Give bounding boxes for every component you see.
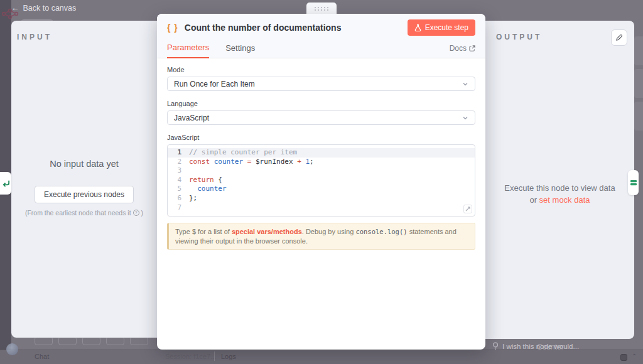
hint-text: . Debug by using	[302, 228, 356, 235]
chat-tab[interactable]: Chat	[35, 353, 49, 360]
code-text: };	[189, 194, 475, 203]
background-card-ghost	[634, 36, 643, 65]
execute-previous-nodes-button[interactable]: Execute previous nodes	[35, 186, 134, 203]
docs-label: Docs	[450, 44, 467, 53]
code-line[interactable]: 2const counter = $runIndex + 1;	[168, 158, 475, 167]
line-number: 3	[168, 166, 181, 176]
line-number: 7	[168, 203, 181, 213]
code-editor-label: JavaScript	[167, 134, 475, 141]
code-line[interactable]: 7	[168, 203, 475, 213]
language-label: Language	[167, 100, 475, 107]
mode-label: Mode	[167, 66, 475, 73]
node-title: Count the number of documentations	[185, 23, 342, 33]
line-number: 6	[168, 194, 181, 203]
code-node-icon: { }	[167, 23, 178, 33]
chat-toggle-icon[interactable]	[620, 354, 627, 361]
expand-icon	[465, 206, 470, 211]
help-circle-icon[interactable]: ?	[133, 210, 139, 216]
ghost-button	[130, 336, 148, 345]
data-bars-icon	[630, 179, 637, 186]
code-text	[189, 166, 475, 176]
background-card-ghost	[634, 102, 643, 131]
input-connector-handle[interactable]	[0, 172, 11, 195]
set-mock-data-link[interactable]: set mock data	[539, 195, 590, 205]
output-panel: OUTPUT Execute this node to view data or…	[485, 21, 634, 339]
chevron-up-icon[interactable]: ⌃	[632, 353, 637, 360]
special-vars-link[interactable]: special vars/methods	[232, 228, 302, 235]
hint-prefix: (From the earliest node that needs it	[25, 209, 131, 217]
enter-arrow-icon	[2, 179, 10, 188]
code-text	[189, 203, 475, 213]
logs-tab[interactable]: Logs	[221, 353, 236, 360]
code-text: counter	[189, 185, 475, 194]
external-link-icon	[469, 45, 475, 51]
modal-header: { } Count the number of documentations E…	[157, 14, 485, 58]
output-empty-line2: or set mock data	[504, 194, 615, 206]
code-lines: 1// simple counter per item2const counte…	[168, 148, 475, 212]
chevron-down-icon	[462, 81, 468, 87]
line-number: 5	[168, 185, 181, 194]
or-text: or	[529, 195, 539, 205]
flask-icon	[414, 24, 421, 31]
code-line[interactable]: 4return {	[168, 176, 475, 185]
line-number: 2	[168, 158, 181, 167]
feedback-placeholder: I wish this node would...	[502, 343, 579, 350]
output-empty-line1: Execute this node to view data	[504, 182, 615, 194]
line-number: 1	[168, 148, 181, 158]
line-number: 4	[168, 176, 181, 185]
code-line[interactable]: 5 counter	[168, 185, 475, 194]
session-label: Session: f1ce7...	[165, 353, 216, 360]
back-label: Back to canvas	[23, 4, 77, 13]
execute-step-button[interactable]: Execute step	[408, 19, 475, 36]
code-line[interactable]: 3	[168, 166, 475, 176]
output-connector-handle[interactable]	[628, 170, 639, 195]
back-arrow-icon: ←	[11, 4, 19, 13]
user-avatar[interactable]	[6, 343, 18, 355]
ghost-button	[82, 336, 100, 345]
execute-previous-hint: (From the earliest node that needs it ? …	[25, 209, 143, 217]
node-feedback-input[interactable]: I wish this node would...	[492, 342, 579, 350]
editor-hint-callout: Type $ for a list of special vars/method…	[167, 223, 475, 250]
lightbulb-icon	[492, 342, 499, 350]
hint-text: Type $ for a list of	[175, 228, 232, 235]
drag-dots-icon	[315, 7, 328, 11]
language-select[interactable]: JavaScript	[167, 110, 475, 125]
background-card-ghost	[634, 69, 643, 98]
back-to-canvas-button[interactable]: ← Back to canvas	[11, 4, 76, 13]
code-editor[interactable]: 1// simple counter per item2const counte…	[167, 144, 475, 217]
modal-drag-handle[interactable]	[306, 3, 337, 15]
code-text: const counter = $runIndex + 1;	[189, 158, 475, 167]
bottom-logs-strip	[0, 350, 643, 364]
tab-settings[interactable]: Settings	[225, 43, 255, 58]
code-line[interactable]: 1// simple counter per item	[168, 148, 475, 158]
mode-select[interactable]: Run Once for Each Item	[167, 77, 475, 91]
hint-suffix: )	[141, 209, 144, 217]
chevron-down-icon	[462, 115, 468, 121]
modal-tabs: Parameters Settings Docs	[157, 40, 485, 58]
language-value: JavaScript	[174, 114, 209, 122]
tab-parameters[interactable]: Parameters	[167, 43, 209, 58]
strip-divider	[214, 351, 215, 361]
code-text: return {	[189, 176, 475, 185]
docs-link[interactable]: Docs	[450, 44, 475, 58]
code-text: // simple counter per item	[189, 148, 475, 158]
ghost-button	[35, 336, 53, 345]
background-toolbar-ghost	[35, 336, 148, 345]
mode-value: Run Once for Each Item	[174, 80, 255, 88]
input-panel: INPUT No input data yet Execute previous…	[11, 21, 157, 338]
no-input-data-text: No input data yet	[50, 159, 119, 169]
node-detail-modal: { } Count the number of documentations E…	[157, 14, 485, 350]
ghost-button	[106, 336, 124, 345]
hint-code: console.log()	[355, 228, 407, 235]
ghost-button	[58, 336, 77, 345]
code-line[interactable]: 6};	[168, 194, 475, 203]
editor-expand-button[interactable]	[463, 205, 472, 213]
execute-step-label: Execute step	[425, 23, 468, 32]
